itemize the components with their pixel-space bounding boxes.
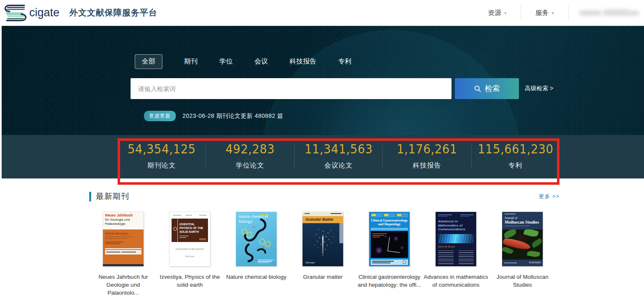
tab-all[interactable]: 全部 bbox=[135, 54, 162, 69]
cover-title: Molluscan Studies bbox=[505, 220, 540, 224]
top-header: cigate 外文文献保障服务平台 资源 ▾ 服务 ▾ bbox=[0, 0, 644, 26]
latest-journals-title: 最新期刊 bbox=[96, 191, 129, 202]
journal-title[interactable]: Advances in mathematics of communication… bbox=[423, 273, 489, 289]
journal-title[interactable]: Clinical gastroenterology and hepatology… bbox=[356, 273, 423, 289]
journal-cover[interactable]: Advances in Mathematics of Communication… bbox=[436, 212, 476, 266]
stat-value: 54,354,125 bbox=[128, 142, 196, 156]
cover-publisher: Springer bbox=[305, 261, 315, 264]
journal-cover[interactable]: Neues Jahrbuch für Geologie und Paläonto… bbox=[103, 212, 144, 266]
journal-card-granular-matter[interactable]: Granular Matter Springer Granular matter bbox=[290, 212, 356, 297]
journal-cover[interactable]: Clinical Gastroenterology and Hepatology bbox=[369, 212, 410, 266]
journal-title[interactable]: Granular matter bbox=[290, 273, 356, 281]
journal-card-advances-math-communications[interactable]: Advances in Mathematics of Communication… bbox=[423, 212, 489, 297]
cover-title: Journal of bbox=[505, 216, 540, 220]
stat-label: 专利 bbox=[508, 161, 523, 170]
search-type-tabs: 全部 期刊 学位 会议 科技报告 专利 bbox=[135, 54, 352, 69]
cover-title: Neues Jahrbuch bbox=[105, 214, 141, 217]
resource-update-text: 2023-06-28 期刊论文更新 480882 篇 bbox=[182, 112, 283, 120]
journal-card-clinical-gastroenterology[interactable]: Clinical Gastroenterology and Hepatology… bbox=[356, 212, 423, 297]
journal-card-izvestiya[interactable]: IZVESTIYA, PHYSICS OF THE SOLID EARTH PL… bbox=[157, 212, 223, 297]
cover-subtitle: für Geologie und Paläontologie bbox=[105, 218, 141, 225]
journal-card-nature-chemical-biology[interactable]: nature chemical biology Nature chemical … bbox=[223, 212, 290, 297]
search-button[interactable]: 检索 bbox=[455, 78, 519, 99]
cover-publisher: OXFORD bbox=[529, 261, 541, 264]
stat-label: 会议论文 bbox=[324, 161, 353, 170]
tab-degree[interactable]: 学位 bbox=[219, 57, 233, 66]
stat-value: 11,341,563 bbox=[305, 142, 373, 156]
search-button-label: 检索 bbox=[485, 84, 500, 94]
cover-band-text: Abhandlungen bbox=[103, 229, 144, 235]
advanced-search-link[interactable]: 高级检索 > bbox=[525, 85, 553, 92]
cover-publisher: Springer bbox=[169, 255, 210, 257]
cover-title: Granular Matter bbox=[303, 216, 343, 223]
platform-title: 外文文献保障服务平台 bbox=[69, 7, 157, 18]
journal-title[interactable]: Izvestiya. Physics of the solid earth bbox=[157, 273, 223, 289]
stat-patents: 115,661,230 专利 bbox=[472, 135, 559, 178]
more-link[interactable]: 更多 >> bbox=[539, 193, 559, 200]
journal-title[interactable]: Neues Jahrbuch fur Geologie und Palaonto… bbox=[90, 273, 157, 297]
scigate-logo[interactable]: cigate bbox=[3, 3, 59, 23]
stat-value: 1,176,261 bbox=[397, 142, 457, 156]
section-accent-bar bbox=[89, 192, 91, 201]
resource-update-badge: 资源更新 bbox=[144, 111, 176, 121]
journal-cover[interactable]: Granular Matter Springer bbox=[303, 212, 343, 266]
cover-editorial-board: Editorial Board bbox=[438, 245, 474, 248]
journal-title[interactable]: Journal of Molluscan Studies bbox=[489, 273, 556, 289]
statistics-band: 54,354,125 期刊论文 492,283 学位论文 11,341,563 … bbox=[2, 135, 644, 178]
cover-title: Clinical Gastroenterology and Hepatology bbox=[370, 219, 408, 226]
stat-value: 115,661,230 bbox=[477, 142, 553, 156]
journal-card-neues-jahrbuch[interactable]: Neues Jahrbuch für Geologie und Paläonto… bbox=[90, 212, 157, 297]
stat-label: 期刊论文 bbox=[147, 161, 176, 170]
search-icon bbox=[474, 85, 481, 92]
brand-name: cigate bbox=[29, 6, 59, 19]
stat-value: 492,283 bbox=[226, 142, 275, 156]
scigate-logo-icon bbox=[3, 3, 28, 23]
cover-publisher: PLEIADES PUBLISHING bbox=[169, 248, 210, 250]
stat-conference-papers: 11,341,563 会议论文 bbox=[295, 135, 382, 178]
header-divider bbox=[568, 6, 569, 20]
hero-search-banner: 全部 期刊 学位 会议 科技报告 专利 检索 高级检索 > 资源更新 2023-… bbox=[2, 26, 644, 135]
search-input[interactable] bbox=[131, 78, 452, 99]
journal-cover[interactable]: IZVESTIYA, PHYSICS OF THE SOLID EARTH PL… bbox=[169, 212, 210, 266]
resource-update-row: 资源更新 2023-06-28 期刊论文更新 480882 篇 bbox=[144, 111, 283, 121]
nav-resources[interactable]: 资源 ▾ bbox=[474, 9, 521, 18]
tab-tech-report[interactable]: 科技报告 bbox=[290, 57, 316, 66]
user-account-redacted[interactable] bbox=[577, 5, 641, 21]
tab-conference[interactable]: 会议 bbox=[254, 57, 268, 66]
cover-title: Advances in Mathematics of Communication… bbox=[438, 219, 474, 232]
journal-card-molluscan-studies[interactable]: Journal of Molluscan Studies bbox=[489, 212, 556, 297]
stat-journal-papers: 54,354,125 期刊论文 bbox=[118, 135, 205, 178]
tab-journal[interactable]: 期刊 bbox=[184, 57, 198, 66]
stat-degree-papers: 492,283 学位论文 bbox=[206, 135, 294, 178]
stat-label: 学位论文 bbox=[236, 161, 264, 170]
chevron-down-icon: ▾ bbox=[504, 10, 507, 16]
journal-title[interactable]: Nature chemical biology bbox=[223, 273, 290, 281]
nav-resources-label: 资源 bbox=[488, 9, 501, 18]
nav-services-label: 服务 bbox=[535, 9, 549, 18]
tab-patent[interactable]: 专利 bbox=[338, 57, 352, 66]
journal-cover[interactable]: nature chemical biology bbox=[236, 212, 277, 266]
stat-tech-reports: 1,176,261 科技报告 bbox=[383, 135, 471, 178]
stat-label: 科技报告 bbox=[413, 161, 441, 170]
nav-services[interactable]: 服务 ▾ bbox=[521, 9, 568, 18]
cover-title: nature chemical biology bbox=[239, 214, 277, 224]
journal-cover[interactable]: Journal of Molluscan Studies bbox=[502, 212, 543, 266]
journal-cover-list: Neues Jahrbuch für Geologie und Paläonto… bbox=[90, 212, 559, 297]
chevron-down-icon: ▾ bbox=[552, 10, 554, 16]
